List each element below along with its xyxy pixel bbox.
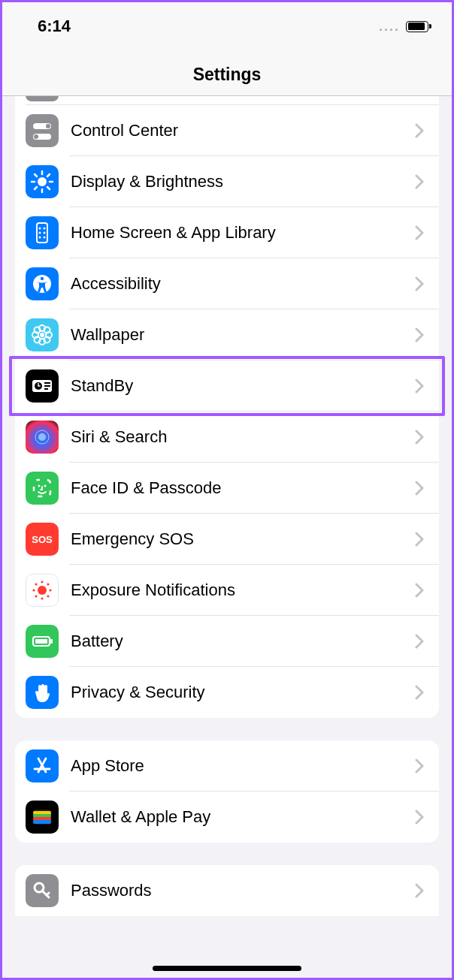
faceid-icon (26, 472, 59, 505)
chevron-right-icon (413, 276, 425, 291)
settings-row-label: Emergency SOS (71, 529, 413, 549)
settings-row-label: Privacy & Security (71, 683, 413, 702)
chevron-right-icon (413, 758, 425, 773)
chevron-right-icon (413, 378, 425, 394)
settings-row-label: Wallpaper (71, 325, 413, 345)
grid-phone-icon (26, 216, 59, 249)
virus-dot-icon (26, 574, 59, 607)
settings-row-label: Battery (71, 632, 413, 651)
settings-row-display-brightness[interactable]: Display & Brightness (15, 156, 439, 207)
home-indicator[interactable] (153, 966, 301, 971)
settings-row-app-store[interactable]: App Store (15, 740, 439, 792)
settings-row-label: App Store (71, 756, 413, 776)
settings-row-passwords[interactable]: Passwords (15, 865, 439, 916)
chevron-right-icon (413, 583, 425, 598)
settings-group-passwords: Passwords (15, 865, 439, 916)
settings-row-siri[interactable]: Siri & Search (15, 412, 439, 463)
chevron-right-icon (413, 225, 425, 240)
settings-row-label: Accessibility (71, 274, 413, 294)
chevron-right-icon (413, 883, 425, 898)
settings-row-label: Control Center (71, 121, 413, 140)
settings-row-wallpaper[interactable]: Wallpaper (15, 309, 439, 360)
settings-row-label: Exposure Notifications (71, 580, 413, 600)
flower-icon (26, 318, 59, 351)
settings-row-exposure[interactable]: Exposure Notifications (15, 565, 439, 616)
settings-row-label: Home Screen & App Library (71, 223, 413, 243)
chevron-right-icon (413, 430, 425, 445)
settings-row-faceid[interactable]: Face ID & Passcode (15, 463, 439, 514)
settings-row-accessibility[interactable]: Accessibility (15, 258, 439, 309)
settings-row-emergency-sos[interactable]: Emergency SOS (15, 514, 439, 565)
settings-row-home-screen[interactable]: Home Screen & App Library (15, 207, 439, 258)
wallet-icon (26, 801, 59, 834)
hand-icon (26, 676, 59, 709)
chevron-right-icon (413, 481, 425, 496)
settings-row-wallet[interactable]: Wallet & Apple Pay (15, 792, 439, 843)
sun-icon (26, 165, 59, 198)
chevron-right-icon (413, 123, 425, 138)
accessibility-icon (26, 267, 59, 300)
key-icon (26, 874, 59, 907)
settings-group-store: App Store Wallet & Apple Pay (15, 740, 439, 843)
partial-prev-row (26, 96, 439, 105)
battery-icon (26, 625, 59, 658)
toggle-switches-icon (26, 114, 59, 147)
settings-row-standby[interactable]: StandBy (15, 360, 439, 412)
settings-row-battery[interactable]: Battery (15, 616, 439, 667)
sos-text-icon (26, 523, 59, 556)
settings-row-label: Passwords (71, 881, 413, 900)
settings-row-label: Siri & Search (71, 427, 413, 447)
header: 6:14 .... Settings (0, 0, 454, 96)
status-time: 6:14 (38, 17, 71, 36)
siri-icon (26, 421, 59, 454)
appstore-icon (26, 749, 59, 782)
status-bar: 6:14 .... (0, 17, 454, 36)
chevron-right-icon (413, 532, 425, 547)
settings-group-main: Control Center Display & Brightness Home… (15, 96, 439, 718)
chevron-right-icon (413, 634, 425, 649)
settings-row-privacy[interactable]: Privacy & Security (15, 667, 439, 718)
settings-row-label: Face ID & Passcode (71, 478, 413, 498)
cellular-dots: .... (379, 19, 400, 35)
chevron-right-icon (413, 810, 425, 825)
chevron-right-icon (413, 685, 425, 700)
settings-row-label: Display & Brightness (71, 172, 413, 191)
settings-row-label: StandBy (71, 376, 413, 396)
chevron-right-icon (413, 327, 425, 342)
settings-row-control-center[interactable]: Control Center (15, 105, 439, 156)
settings-row-label: Wallet & Apple Pay (71, 807, 413, 827)
chevron-right-icon (413, 174, 425, 189)
page-title: Settings (0, 36, 454, 95)
battery-indicator (406, 21, 431, 32)
clock-card-icon (26, 369, 59, 403)
